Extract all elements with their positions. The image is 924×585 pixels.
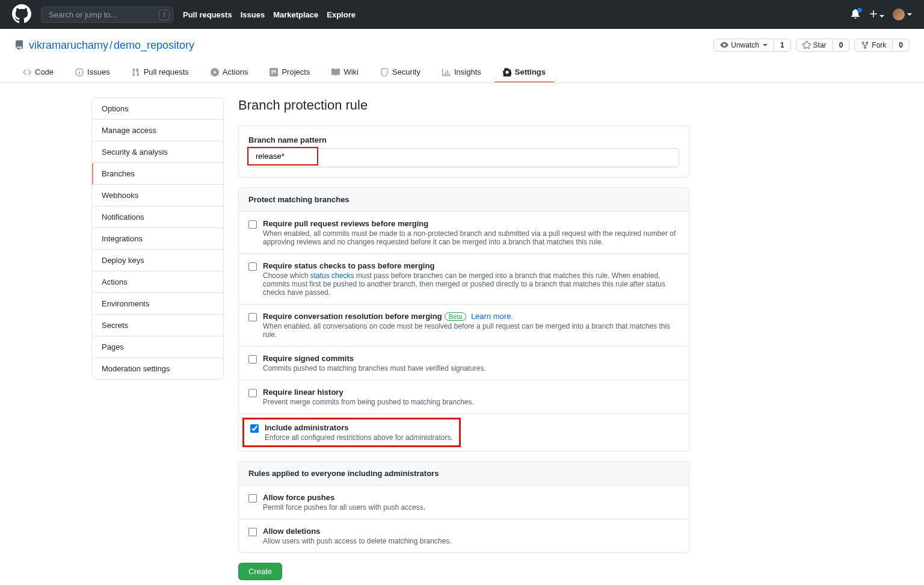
protect-rule-row: Require linear historyPrevent merge comm… xyxy=(239,380,689,414)
repo-tabs: Code Issues Pull requests Actions Projec… xyxy=(14,63,910,82)
everyone-label: Allow deletions xyxy=(263,527,452,536)
repo-actions: Unwatch 1 Star 0 Fork 0 xyxy=(713,39,910,52)
tab-projects[interactable]: Projects xyxy=(261,63,318,82)
protect-label: Require conversation resolution before m… xyxy=(263,312,679,321)
protect-desc: Commits pushed to matching branches must… xyxy=(263,364,486,373)
sidebar-item-notifications[interactable]: Notifications xyxy=(92,206,223,228)
sidebar-item-options[interactable]: Options xyxy=(92,98,223,120)
protect-checkbox-4[interactable] xyxy=(248,389,257,397)
pattern-box: Branch name pattern xyxy=(238,125,689,178)
everyone-rule-row: Allow deletionsAllow users with push acc… xyxy=(239,519,689,552)
tab-actions[interactable]: Actions xyxy=(202,63,257,82)
everyone-desc: Allow users with push access to delete m… xyxy=(263,537,452,545)
watch-count[interactable]: 1 xyxy=(774,39,791,52)
protect-label: Include administrators xyxy=(265,423,453,432)
repo-owner-link[interactable]: vikramaruchamy xyxy=(29,39,108,51)
tab-code[interactable]: Code xyxy=(14,63,62,82)
search-wrapper: / xyxy=(41,7,173,23)
protect-rule-row: Require signed commitsCommits pushed to … xyxy=(239,347,689,380)
repo-name-link[interactable]: demo_repository xyxy=(114,39,194,51)
nav-issues[interactable]: Issues xyxy=(241,10,265,19)
protect-header: Protect matching branches xyxy=(239,188,689,212)
protect-checkbox-0[interactable] xyxy=(248,220,257,229)
sidebar-item-moderation-settings[interactable]: Moderation settings xyxy=(92,358,223,379)
everyone-checkbox-1[interactable] xyxy=(248,528,257,536)
avatar-icon xyxy=(893,8,905,20)
beta-badge: Beta xyxy=(445,312,467,321)
page-title: Branch protection rule xyxy=(238,98,689,113)
settings-sidebar: OptionsManage accessSecurity & analysisB… xyxy=(91,98,224,580)
everyone-rule-row: Allow force pushesPermit force pushes fo… xyxy=(239,486,689,519)
rules2-box: Rules applied to everyone including admi… xyxy=(238,461,689,553)
protect-rule-row: Require pull request reviews before merg… xyxy=(239,212,689,254)
user-menu[interactable] xyxy=(893,8,912,20)
tab-issues[interactable]: Issues xyxy=(67,63,119,82)
breadcrumb: vikramaruchamy/demo_repository xyxy=(29,39,194,52)
github-logo-icon[interactable] xyxy=(12,4,31,25)
sidebar-item-deploy-keys[interactable]: Deploy keys xyxy=(92,250,223,271)
tab-insights[interactable]: Insights xyxy=(434,63,490,82)
nav-marketplace[interactable]: Marketplace xyxy=(273,10,318,19)
tab-settings[interactable]: Settings xyxy=(494,63,554,82)
protect-box: Protect matching branches Require pull r… xyxy=(238,187,689,451)
sidebar-item-branches[interactable]: Branches xyxy=(92,163,223,185)
pattern-label: Branch name pattern xyxy=(248,135,679,144)
everyone-desc: Permit force pushes for all users with p… xyxy=(263,503,425,512)
protect-label: Require status checks to pass before mer… xyxy=(263,261,679,270)
fork-button[interactable]: Fork xyxy=(854,39,893,52)
nav-pull-requests[interactable]: Pull requests xyxy=(183,10,232,19)
search-slash-icon: / xyxy=(159,10,170,20)
status-checks-link[interactable]: status checks xyxy=(310,271,354,280)
protect-checkbox-1[interactable] xyxy=(248,262,257,271)
repo-icon xyxy=(14,40,24,50)
protect-rule-row: Require conversation resolution before m… xyxy=(239,305,689,347)
rules2-header: Rules applied to everyone including admi… xyxy=(239,462,689,486)
everyone-label: Allow force pushes xyxy=(263,493,425,502)
main-content: Branch protection rule Branch name patte… xyxy=(238,98,689,580)
star-count[interactable]: 0 xyxy=(833,39,850,52)
header-right xyxy=(851,8,912,20)
protect-rule-row: Include administratorsEnforce all config… xyxy=(239,414,689,451)
protect-desc: When enabled, all commits must be made t… xyxy=(263,229,679,246)
nav-explore[interactable]: Explore xyxy=(327,10,356,19)
protect-desc: Prevent merge commits from being pushed … xyxy=(263,398,474,406)
create-new-icon[interactable] xyxy=(869,9,884,20)
protect-checkbox-3[interactable] xyxy=(248,355,257,364)
sidebar-item-integrations[interactable]: Integrations xyxy=(92,228,223,250)
pattern-highlight xyxy=(247,147,318,166)
sidebar-item-actions[interactable]: Actions xyxy=(92,271,223,293)
sidebar-item-pages[interactable]: Pages xyxy=(92,336,223,358)
branch-pattern-input[interactable] xyxy=(250,149,316,163)
sidebar-item-security-analysis[interactable]: Security & analysis xyxy=(92,141,223,163)
protect-checkbox-5[interactable] xyxy=(250,424,259,433)
protect-desc: When enabled, all conversations on code … xyxy=(263,322,679,339)
tab-security[interactable]: Security xyxy=(372,63,429,82)
unwatch-button[interactable]: Unwatch xyxy=(713,39,774,52)
everyone-checkbox-0[interactable] xyxy=(248,494,257,503)
protect-desc: Enforce all configured restrictions abov… xyxy=(265,433,453,442)
fork-count[interactable]: 0 xyxy=(893,39,910,52)
star-button[interactable]: Star xyxy=(796,39,833,52)
tab-wiki[interactable]: Wiki xyxy=(323,63,367,82)
protect-label: Require linear history xyxy=(263,388,474,397)
header-nav: Pull requests Issues Marketplace Explore xyxy=(183,10,356,19)
repo-head: vikramaruchamy/demo_repository Unwatch 1… xyxy=(0,29,924,83)
create-button[interactable]: Create xyxy=(238,563,282,580)
sidebar-item-environments[interactable]: Environments xyxy=(92,293,223,315)
protect-label: Require pull request reviews before merg… xyxy=(263,219,679,228)
sidebar-item-secrets[interactable]: Secrets xyxy=(92,315,223,336)
sidebar-item-webhooks[interactable]: Webhooks xyxy=(92,185,223,206)
protect-label: Require signed commits xyxy=(263,354,486,363)
global-header: / Pull requests Issues Marketplace Explo… xyxy=(0,0,924,29)
tab-pull-requests[interactable]: Pull requests xyxy=(123,63,197,82)
highlight-box: Include administratorsEnforce all config… xyxy=(242,418,461,447)
protect-checkbox-2[interactable] xyxy=(248,313,257,321)
search-input[interactable] xyxy=(41,7,173,23)
protect-rule-row: Require status checks to pass before mer… xyxy=(239,254,689,305)
bell-icon[interactable] xyxy=(851,9,860,20)
sidebar-item-manage-access[interactable]: Manage access xyxy=(92,120,223,141)
learn-more-link[interactable]: Learn more. xyxy=(469,312,513,321)
protect-desc: Choose which status checks must pass bef… xyxy=(263,271,679,297)
